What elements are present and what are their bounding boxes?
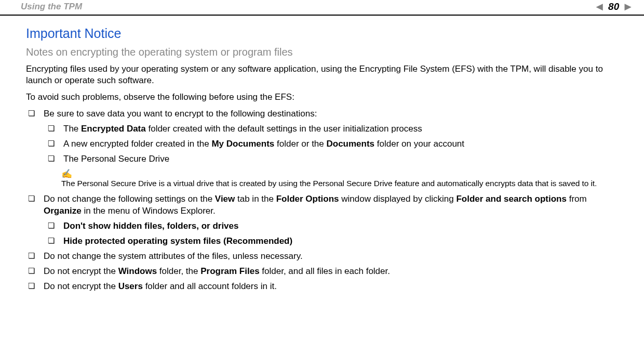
- list-item: Be sure to save data you want to encrypt…: [26, 108, 618, 189]
- section-title: Important Notice: [26, 26, 618, 41]
- section-subtitle: Notes on encrypting the operating system…: [26, 46, 618, 58]
- nav-prev-icon[interactable]: ◄: [594, 1, 605, 12]
- main-list: Be sure to save data you want to encrypt…: [26, 108, 618, 292]
- list-item: Do not encrypt the Windows folder, the P…: [26, 266, 618, 278]
- page-header: Using the TPM ◄ 80 ►: [0, 0, 644, 16]
- nested-list: Don't show hidden files, folders, or dri…: [44, 220, 618, 247]
- note-text: The Personal Secure Drive is a virtual d…: [61, 178, 618, 189]
- page-content: Important Notice Notes on encrypting the…: [0, 16, 644, 293]
- list-item: Do not encrypt the Users folder and all …: [26, 281, 618, 293]
- list-item: Don't show hidden files, folders, or dri…: [46, 220, 618, 232]
- list-item: The Personal Secure Drive: [46, 153, 618, 165]
- list-item: The Encrypted Data folder created with t…: [46, 123, 618, 135]
- list-text: Be sure to save data you want to encrypt…: [44, 109, 317, 119]
- page-number: 80: [608, 1, 619, 12]
- nav-next-icon[interactable]: ►: [622, 1, 634, 12]
- intro-paragraph-2: To avoid such problems, observe the foll…: [26, 91, 618, 103]
- page-nav: ◄ 80 ►: [594, 1, 634, 12]
- note-block: ✍ The Personal Secure Drive is a virtual…: [61, 169, 618, 189]
- list-item: Hide protected operating system files (R…: [46, 236, 618, 247]
- list-item: Do not change the following settings on …: [26, 193, 618, 247]
- breadcrumb: Using the TPM: [21, 2, 82, 12]
- note-icon: ✍: [61, 169, 618, 178]
- intro-paragraph-1: Encrypting files used by your operating …: [26, 63, 618, 86]
- list-item: A new encrypted folder created in the My…: [46, 138, 618, 150]
- nested-list: The Encrypted Data folder created with t…: [44, 123, 618, 165]
- list-item: Do not change the system attributes of t…: [26, 251, 618, 263]
